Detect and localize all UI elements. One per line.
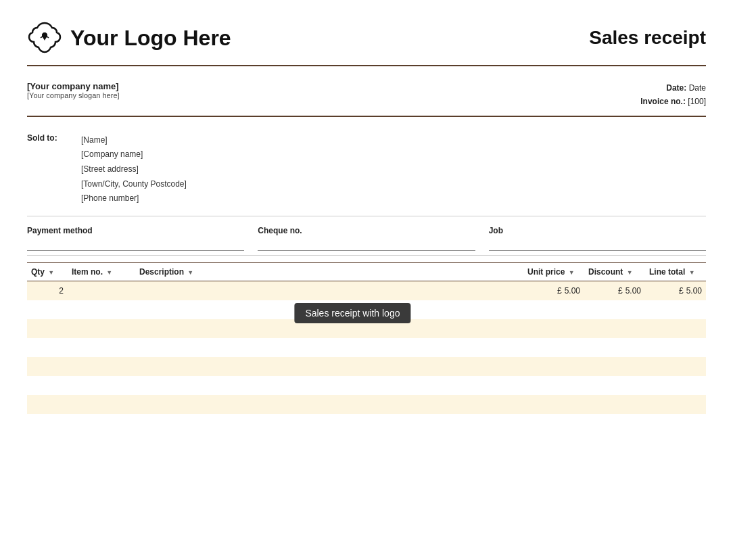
col-header-item[interactable]: Item no. ▼ [68, 262, 135, 281]
items-table: Qty ▼ Item no. ▼ Description ▼ Unit pric… [27, 262, 706, 414]
table-header-row: Qty ▼ Item no. ▼ Description ▼ Unit pric… [27, 262, 706, 281]
cell-unit-price [523, 376, 584, 395]
line-dropdown-icon[interactable]: ▼ [689, 269, 695, 276]
cell-unit-price [523, 319, 584, 338]
cell-item-no [68, 338, 135, 357]
payment-method-label: Payment method [27, 226, 93, 235]
cell-discount [584, 338, 645, 357]
cell-line-total [645, 395, 706, 414]
logo-area: Your Logo Here [27, 20, 231, 55]
cell-qty [27, 338, 68, 357]
unit-value: 5.00 [565, 286, 580, 296]
cell-item-no [68, 281, 135, 300]
discount-value: 5.00 [625, 286, 641, 296]
company-info: [Your company name] [Your company slogan… [27, 81, 120, 109]
table-row [27, 300, 706, 319]
cell-qty: 2 [27, 281, 68, 300]
cell-line-total [645, 319, 706, 338]
item-dropdown-icon[interactable]: ▼ [106, 269, 112, 276]
page-header: Your Logo Here Sales receipt [27, 20, 706, 66]
col-header-unit[interactable]: Unit price ▼ [523, 262, 584, 281]
sold-to-name: [Name] [81, 133, 187, 148]
cell-qty [27, 376, 68, 395]
invoice-row: Invoice no.: [100] [640, 95, 706, 108]
payment-row: Payment method Cheque no. Job [27, 226, 706, 256]
cell-line-total [645, 300, 706, 319]
invoice-meta: Date: Date Invoice no.: [100] [640, 81, 706, 109]
cell-qty [27, 395, 68, 414]
cell-item-no [68, 376, 135, 395]
sold-to-details: [Name] [Company name] [Street address] [… [81, 133, 187, 206]
cheque-label: Cheque no. [258, 226, 302, 235]
job-cell: Job [489, 226, 706, 251]
cell-unit-price [523, 300, 584, 319]
cell-description [135, 300, 523, 319]
cell-description [135, 395, 523, 414]
cell-item-no [68, 300, 135, 319]
cell-line-total [645, 376, 706, 395]
cell-discount [584, 357, 645, 376]
table-row [27, 357, 706, 376]
cell-description [135, 376, 523, 395]
cell-line-total [645, 357, 706, 376]
job-label: Job [489, 226, 503, 235]
date-value: Date [689, 83, 706, 93]
cell-unit-price [523, 357, 584, 376]
col-header-desc[interactable]: Description ▼ [135, 262, 523, 281]
cell-qty [27, 300, 68, 319]
receipt-title: Sales receipt [589, 27, 706, 49]
table-row [27, 319, 706, 338]
cell-item-no [68, 357, 135, 376]
table-row: 2Sales receipt with logo£5.00£5.00£5.00 [27, 281, 706, 300]
payment-method-cell: Payment method [27, 226, 244, 251]
cell-discount [584, 319, 645, 338]
cell-item-no [68, 395, 135, 414]
invoice-value: [100] [688, 97, 706, 106]
unit-dropdown-icon[interactable]: ▼ [569, 269, 575, 276]
cell-discount: £5.00 [584, 281, 645, 300]
cell-description: Sales receipt with logo [135, 281, 523, 300]
col-header-line-total[interactable]: Line total ▼ [645, 262, 706, 281]
cell-discount [584, 395, 645, 414]
date-label: Date: [666, 83, 686, 93]
line-value: 5.00 [686, 286, 702, 296]
company-name: [Your company name] [27, 81, 120, 91]
table-row [27, 395, 706, 414]
col-header-qty[interactable]: Qty ▼ [27, 262, 68, 281]
logo-text: Your Logo Here [70, 26, 231, 51]
cell-description [135, 357, 523, 376]
cell-discount [584, 300, 645, 319]
desc-dropdown-icon[interactable]: ▼ [187, 269, 193, 276]
sold-to-phone: [Phone number] [81, 191, 187, 206]
cheque-cell: Cheque no. [258, 226, 475, 251]
company-section: [Your company name] [Your company slogan… [27, 74, 706, 117]
cell-line-total: £5.00 [645, 281, 706, 300]
table-row [27, 338, 706, 357]
sold-to-city: [Town/City, County Postcode] [81, 177, 187, 192]
cell-unit-price [523, 395, 584, 414]
cell-discount [584, 376, 645, 395]
sold-to-label: Sold to: [27, 133, 81, 206]
table-row [27, 376, 706, 395]
cell-item-no [68, 319, 135, 338]
cell-description [135, 338, 523, 357]
discount-dropdown-icon[interactable]: ▼ [627, 269, 633, 276]
cell-unit-price: £5.00 [523, 281, 584, 300]
cell-description [135, 319, 523, 338]
line-currency: £ [679, 286, 684, 296]
cell-line-total [645, 338, 706, 357]
qty-dropdown-icon[interactable]: ▼ [48, 269, 54, 276]
cell-qty [27, 319, 68, 338]
col-header-discount[interactable]: Discount ▼ [584, 262, 645, 281]
cell-qty [27, 357, 68, 376]
sold-to-section: Sold to: [Name] [Company name] [Street a… [27, 126, 706, 216]
sold-to-street: [Street address] [81, 162, 187, 177]
invoice-label: Invoice no.: [640, 97, 686, 106]
company-slogan: [Your company slogan here] [27, 91, 120, 99]
cell-unit-price [523, 338, 584, 357]
logo-icon [27, 20, 62, 55]
sold-to-company: [Company name] [81, 147, 187, 162]
date-row: Date: Date [640, 81, 706, 95]
unit-currency: £ [557, 286, 562, 296]
discount-currency: £ [618, 286, 623, 296]
